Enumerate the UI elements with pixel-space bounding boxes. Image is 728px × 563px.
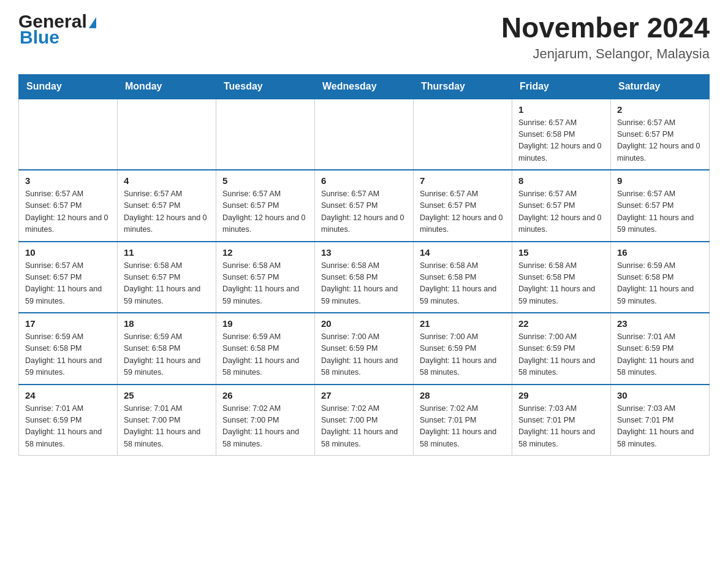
calendar-day-cell: 2Sunrise: 6:57 AM Sunset: 6:57 PM Daylig… [611, 99, 710, 170]
day-info: Sunrise: 7:02 AM Sunset: 7:00 PM Dayligh… [321, 403, 407, 451]
day-info: Sunrise: 6:59 AM Sunset: 6:58 PM Dayligh… [617, 260, 703, 308]
day-info: Sunrise: 6:57 AM Sunset: 6:57 PM Dayligh… [617, 188, 703, 236]
calendar-day-cell: 17Sunrise: 6:59 AM Sunset: 6:58 PM Dayli… [19, 313, 118, 385]
calendar-day-cell [414, 99, 512, 170]
calendar-day-cell [19, 99, 118, 170]
day-info: Sunrise: 6:58 AM Sunset: 6:58 PM Dayligh… [518, 260, 604, 308]
day-number: 18 [124, 318, 210, 329]
day-number: 12 [222, 247, 308, 258]
calendar-week-row: 17Sunrise: 6:59 AM Sunset: 6:58 PM Dayli… [19, 313, 710, 385]
calendar-day-cell [216, 99, 315, 170]
day-number: 21 [420, 318, 506, 329]
page-header: General Blue November 2024 Jenjarum, Sel… [18, 12, 710, 62]
day-info: Sunrise: 6:57 AM Sunset: 6:57 PM Dayligh… [124, 188, 210, 236]
day-info: Sunrise: 6:58 AM Sunset: 6:58 PM Dayligh… [420, 260, 506, 308]
calendar-day-cell: 11Sunrise: 6:58 AM Sunset: 6:57 PM Dayli… [118, 242, 216, 313]
calendar-day-header: Saturday [611, 74, 710, 99]
subtitle: Jenjarum, Selangor, Malaysia [501, 46, 710, 62]
calendar-day-cell: 30Sunrise: 7:03 AM Sunset: 7:01 PM Dayli… [611, 385, 710, 456]
day-number: 3 [25, 175, 111, 186]
calendar-day-header: Monday [118, 74, 216, 99]
day-info: Sunrise: 6:58 AM Sunset: 6:57 PM Dayligh… [124, 260, 210, 308]
calendar-day-cell: 1Sunrise: 6:57 AM Sunset: 6:58 PM Daylig… [512, 99, 611, 170]
day-number: 5 [222, 175, 308, 186]
day-number: 16 [617, 247, 703, 258]
day-info: Sunrise: 6:58 AM Sunset: 6:57 PM Dayligh… [222, 260, 308, 308]
day-number: 23 [617, 318, 703, 329]
day-number: 19 [222, 318, 308, 329]
calendar-day-cell: 28Sunrise: 7:02 AM Sunset: 7:01 PM Dayli… [414, 385, 512, 456]
day-info: Sunrise: 6:59 AM Sunset: 6:58 PM Dayligh… [124, 331, 210, 379]
day-number: 6 [321, 175, 407, 186]
calendar-day-cell: 20Sunrise: 7:00 AM Sunset: 6:59 PM Dayli… [315, 313, 414, 385]
day-info: Sunrise: 7:00 AM Sunset: 6:59 PM Dayligh… [518, 331, 604, 379]
day-number: 28 [420, 390, 506, 400]
day-number: 29 [518, 390, 604, 400]
calendar-day-cell: 10Sunrise: 6:57 AM Sunset: 6:57 PM Dayli… [19, 242, 118, 313]
day-info: Sunrise: 6:57 AM Sunset: 6:57 PM Dayligh… [25, 260, 111, 308]
day-number: 22 [518, 318, 604, 329]
day-number: 9 [617, 175, 703, 186]
calendar-week-row: 1Sunrise: 6:57 AM Sunset: 6:58 PM Daylig… [19, 99, 710, 170]
calendar-day-cell: 22Sunrise: 7:00 AM Sunset: 6:59 PM Dayli… [512, 313, 611, 385]
day-number: 20 [321, 318, 407, 329]
title-block: November 2024 Jenjarum, Selangor, Malays… [501, 12, 710, 62]
calendar-day-header: Thursday [414, 74, 512, 99]
day-number: 30 [617, 390, 703, 400]
calendar-day-cell: 13Sunrise: 6:58 AM Sunset: 6:58 PM Dayli… [315, 242, 414, 313]
day-info: Sunrise: 7:01 AM Sunset: 6:59 PM Dayligh… [617, 331, 703, 379]
day-info: Sunrise: 7:03 AM Sunset: 7:01 PM Dayligh… [617, 403, 703, 451]
day-number: 1 [518, 104, 604, 115]
calendar-day-cell: 5Sunrise: 6:57 AM Sunset: 6:57 PM Daylig… [216, 170, 315, 242]
day-number: 25 [124, 390, 210, 400]
day-info: Sunrise: 7:03 AM Sunset: 7:01 PM Dayligh… [518, 403, 604, 451]
calendar-day-cell: 15Sunrise: 6:58 AM Sunset: 6:58 PM Dayli… [512, 242, 611, 313]
calendar-day-cell: 3Sunrise: 6:57 AM Sunset: 6:57 PM Daylig… [19, 170, 118, 242]
calendar-day-cell: 4Sunrise: 6:57 AM Sunset: 6:57 PM Daylig… [118, 170, 216, 242]
day-number: 15 [518, 247, 604, 258]
day-info: Sunrise: 7:00 AM Sunset: 6:59 PM Dayligh… [321, 331, 407, 379]
day-number: 4 [124, 175, 210, 186]
calendar-day-cell: 19Sunrise: 6:59 AM Sunset: 6:58 PM Dayli… [216, 313, 315, 385]
calendar-day-cell: 6Sunrise: 6:57 AM Sunset: 6:57 PM Daylig… [315, 170, 414, 242]
day-info: Sunrise: 6:57 AM Sunset: 6:57 PM Dayligh… [518, 188, 604, 236]
calendar-day-cell: 14Sunrise: 6:58 AM Sunset: 6:58 PM Dayli… [414, 242, 512, 313]
calendar-week-row: 24Sunrise: 7:01 AM Sunset: 6:59 PM Dayli… [19, 385, 710, 456]
day-number: 24 [25, 390, 111, 400]
calendar-week-row: 3Sunrise: 6:57 AM Sunset: 6:57 PM Daylig… [19, 170, 710, 242]
calendar-day-cell: 9Sunrise: 6:57 AM Sunset: 6:57 PM Daylig… [611, 170, 710, 242]
day-info: Sunrise: 6:57 AM Sunset: 6:57 PM Dayligh… [321, 188, 407, 236]
calendar-day-cell: 8Sunrise: 6:57 AM Sunset: 6:57 PM Daylig… [512, 170, 611, 242]
calendar-day-cell: 7Sunrise: 6:57 AM Sunset: 6:57 PM Daylig… [414, 170, 512, 242]
day-info: Sunrise: 6:59 AM Sunset: 6:58 PM Dayligh… [25, 331, 111, 379]
calendar-day-cell: 21Sunrise: 7:00 AM Sunset: 6:59 PM Dayli… [414, 313, 512, 385]
day-number: 2 [617, 104, 703, 115]
calendar-day-cell: 27Sunrise: 7:02 AM Sunset: 7:00 PM Dayli… [315, 385, 414, 456]
day-info: Sunrise: 7:01 AM Sunset: 6:59 PM Dayligh… [25, 403, 111, 451]
calendar-day-cell: 29Sunrise: 7:03 AM Sunset: 7:01 PM Dayli… [512, 385, 611, 456]
logo-triangle-icon [89, 17, 96, 28]
calendar-day-cell: 25Sunrise: 7:01 AM Sunset: 7:00 PM Dayli… [118, 385, 216, 456]
day-info: Sunrise: 6:59 AM Sunset: 6:58 PM Dayligh… [222, 331, 308, 379]
calendar-table: SundayMondayTuesdayWednesdayThursdayFrid… [18, 74, 710, 456]
calendar-header-row: SundayMondayTuesdayWednesdayThursdayFrid… [19, 74, 710, 99]
calendar-day-cell: 16Sunrise: 6:59 AM Sunset: 6:58 PM Dayli… [611, 242, 710, 313]
day-info: Sunrise: 7:02 AM Sunset: 7:01 PM Dayligh… [420, 403, 506, 451]
logo: General Blue [18, 12, 96, 47]
day-number: 14 [420, 247, 506, 258]
day-info: Sunrise: 7:01 AM Sunset: 7:00 PM Dayligh… [124, 403, 210, 451]
calendar-day-cell: 12Sunrise: 6:58 AM Sunset: 6:57 PM Dayli… [216, 242, 315, 313]
day-number: 11 [124, 247, 210, 258]
calendar-day-cell: 18Sunrise: 6:59 AM Sunset: 6:58 PM Dayli… [118, 313, 216, 385]
calendar-day-header: Wednesday [315, 74, 414, 99]
day-info: Sunrise: 6:58 AM Sunset: 6:58 PM Dayligh… [321, 260, 407, 308]
day-info: Sunrise: 6:57 AM Sunset: 6:57 PM Dayligh… [420, 188, 506, 236]
day-info: Sunrise: 7:02 AM Sunset: 7:00 PM Dayligh… [222, 403, 308, 451]
calendar-day-cell [118, 99, 216, 170]
day-number: 13 [321, 247, 407, 258]
logo-blue-text: Blue [20, 28, 96, 47]
day-info: Sunrise: 6:57 AM Sunset: 6:57 PM Dayligh… [25, 188, 111, 236]
main-title: November 2024 [501, 12, 710, 44]
calendar-day-cell: 24Sunrise: 7:01 AM Sunset: 6:59 PM Dayli… [19, 385, 118, 456]
calendar-day-header: Sunday [19, 74, 118, 99]
